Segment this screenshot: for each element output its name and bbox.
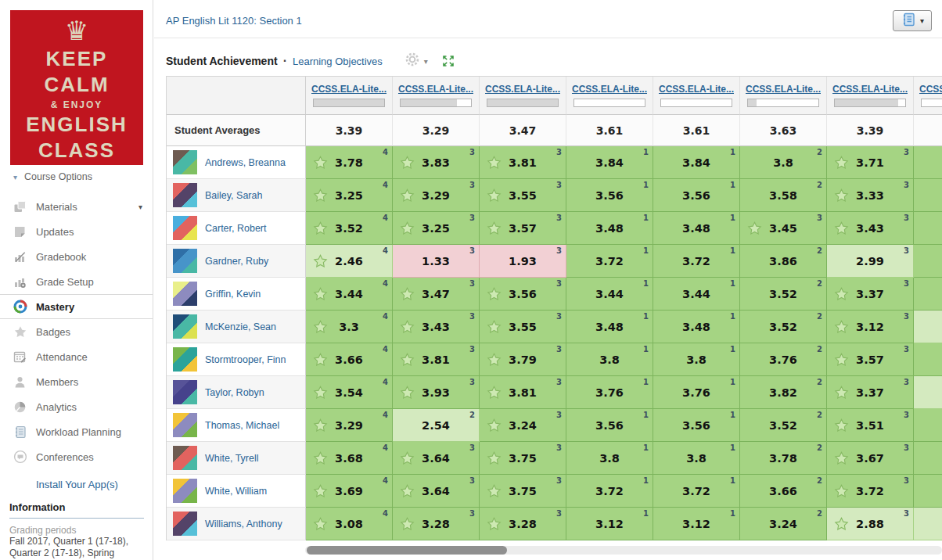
score-cell[interactable]: 3.561 <box>566 179 653 212</box>
score-cell[interactable]: 1.333 <box>393 245 480 278</box>
score-cell[interactable]: 3.721 <box>566 475 653 508</box>
sidebar-item-mastery[interactable]: Mastery <box>0 294 153 319</box>
score-cell[interactable]: 3.713 <box>827 146 914 179</box>
score-cell[interactable]: 3.522 <box>740 311 827 343</box>
view-options-button[interactable]: ▾ <box>893 10 932 31</box>
score-cell[interactable]: 3.433 <box>827 212 914 245</box>
score-cell[interactable]: 3.441 <box>653 278 740 311</box>
avatar[interactable] <box>173 249 197 273</box>
score-cell[interactable]: 3.473 <box>393 278 480 311</box>
score-cell[interactable]: 3.481 <box>653 212 740 245</box>
score-cell[interactable] <box>914 212 942 245</box>
sidebar-item-gradesetup[interactable]: Grade Setup <box>0 269 153 294</box>
score-cell[interactable]: 3.664 <box>306 343 393 376</box>
sidebar-item-badges[interactable]: Badges <box>0 319 153 344</box>
score-cell[interactable]: 3.784 <box>306 146 393 179</box>
score-cell[interactable]: 3.553 <box>480 311 566 343</box>
student-name-link[interactable]: White, Tyrell <box>205 453 259 464</box>
score-cell[interactable]: 3.544 <box>306 376 393 409</box>
avatar[interactable] <box>173 512 197 536</box>
avatar[interactable] <box>173 282 197 306</box>
score-cell[interactable]: 3.721 <box>566 245 653 278</box>
score-cell[interactable]: 3.34 <box>306 311 393 343</box>
standard-link[interactable]: CCSS.ELA-Lite... <box>746 84 821 95</box>
student-name-link[interactable]: Taylor, Robyn <box>205 387 264 398</box>
standard-link[interactable]: CCSS.ELA-Lite... <box>659 84 734 95</box>
score-cell[interactable]: 3.561 <box>566 409 653 442</box>
score-cell[interactable] <box>914 311 942 343</box>
score-cell[interactable]: 3.81 <box>653 442 740 475</box>
avatar[interactable] <box>173 347 197 372</box>
student-name-link[interactable]: Stormtrooper, Finn <box>205 354 286 365</box>
score-cell[interactable]: 3.481 <box>566 311 653 343</box>
score-cell[interactable]: 3.813 <box>480 146 566 179</box>
score-cell[interactable]: 3.243 <box>480 409 566 442</box>
student-name-link[interactable]: Andrews, Breanna <box>205 157 286 168</box>
standard-link[interactable]: CCSS.ELA-Lite... <box>485 84 560 95</box>
score-cell[interactable]: 3.643 <box>393 475 480 508</box>
sidebar-item-install-apps[interactable]: Install Your App(s) <box>36 472 118 496</box>
score-cell[interactable]: 3.433 <box>393 311 480 343</box>
score-cell[interactable]: 3.293 <box>393 179 480 212</box>
standard-link[interactable]: CCSS.ELA-Lite... <box>311 84 387 95</box>
avatar[interactable] <box>173 216 197 240</box>
score-cell[interactable]: 3.522 <box>740 409 827 442</box>
score-cell[interactable]: 3.673 <box>827 442 914 475</box>
score-cell[interactable] <box>914 409 942 442</box>
student-name-link[interactable]: Gardner, Ruby <box>205 256 268 267</box>
score-cell[interactable]: 2.464 <box>306 245 393 278</box>
score-cell[interactable]: 3.561 <box>653 409 740 442</box>
score-cell[interactable]: 3.81 <box>566 442 653 475</box>
student-name-link[interactable]: Williams, Anthony <box>205 519 282 529</box>
score-cell[interactable]: 3.283 <box>393 508 480 540</box>
score-cell[interactable] <box>914 376 942 409</box>
score-cell[interactable]: 3.753 <box>480 475 566 508</box>
score-cell[interactable]: 3.242 <box>740 508 827 540</box>
course-title-link[interactable]: AP English Lit 1120: Section 1 <box>166 15 302 27</box>
score-cell[interactable]: 3.254 <box>306 179 393 212</box>
score-cell[interactable]: 3.833 <box>393 146 480 179</box>
score-cell[interactable] <box>914 343 942 376</box>
student-name-link[interactable]: McKenzie, Sean <box>205 321 276 332</box>
score-cell[interactable]: 3.524 <box>306 212 393 245</box>
horizontal-scrollbar-thumb[interactable] <box>307 546 507 555</box>
score-cell[interactable]: 3.662 <box>740 475 827 508</box>
score-cell[interactable]: 3.084 <box>306 508 393 540</box>
sidebar-item-members[interactable]: Members <box>0 369 153 394</box>
avatar[interactable] <box>173 183 197 207</box>
score-cell[interactable]: 3.761 <box>566 376 653 409</box>
standard-link[interactable]: CCSS.ELA-Lite... <box>398 84 473 95</box>
score-cell[interactable]: 3.121 <box>566 508 653 540</box>
score-cell[interactable]: 3.373 <box>827 376 914 409</box>
score-cell[interactable] <box>914 278 942 311</box>
score-cell[interactable]: 3.81 <box>566 343 653 376</box>
score-cell[interactable]: 3.444 <box>306 278 393 311</box>
student-name-link[interactable]: Carter, Robert <box>205 223 267 234</box>
score-cell[interactable]: 3.721 <box>653 475 740 508</box>
score-cell[interactable]: 3.841 <box>653 146 740 179</box>
fullscreen-button[interactable] <box>442 55 455 67</box>
score-cell[interactable]: 3.782 <box>740 442 827 475</box>
score-cell[interactable]: 3.453 <box>740 212 827 245</box>
student-name-link[interactable]: Bailey, Sarah <box>205 190 262 201</box>
score-cell[interactable]: 3.841 <box>566 146 653 179</box>
score-cell[interactable]: 3.862 <box>740 245 827 278</box>
sidebar-item-workload[interactable]: Workload Planning <box>0 419 153 444</box>
score-cell[interactable]: 3.121 <box>653 508 740 540</box>
score-cell[interactable]: 3.684 <box>306 442 393 475</box>
score-cell[interactable]: 1.933 <box>480 245 566 278</box>
score-cell[interactable]: 3.753 <box>480 442 566 475</box>
score-cell[interactable]: 3.723 <box>827 475 914 508</box>
sidebar-item-materials[interactable]: Materials▾ <box>0 194 153 219</box>
sidebar-item-gradebook[interactable]: Gradebook <box>0 244 153 269</box>
score-cell[interactable]: 3.481 <box>566 212 653 245</box>
score-cell[interactable]: 2.883 <box>827 508 914 540</box>
score-cell[interactable]: 3.373 <box>827 278 914 311</box>
sidebar-item-conferences[interactable]: Conferences <box>0 444 153 469</box>
score-cell[interactable]: 3.563 <box>480 278 566 311</box>
score-cell[interactable]: 3.813 <box>480 376 566 409</box>
avatar[interactable] <box>173 479 197 503</box>
student-name-link[interactable]: Griffin, Kevin <box>205 289 261 300</box>
standard-link[interactable]: CCSS.ELA-Lite... <box>572 84 647 95</box>
score-cell[interactable]: 3.441 <box>566 278 653 311</box>
